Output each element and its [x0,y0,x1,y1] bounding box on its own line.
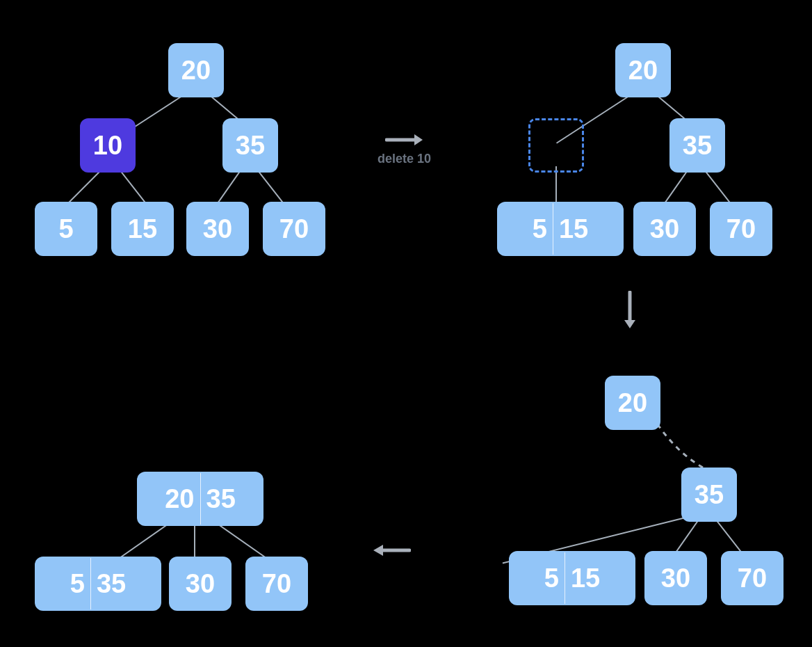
tree1-root: 20 [168,43,224,97]
arrow-label: delete 10 [377,152,431,166]
tree3-right: 35 [681,468,737,522]
tree3-merged-leaf-left: 5 15 [509,551,635,605]
arrow-left-icon [372,543,411,558]
arrow-right-icon [385,132,424,147]
key: 70 [262,569,291,599]
key: 5 [544,564,559,593]
tree3-root: 20 [605,376,660,430]
key: 5 [58,214,73,244]
key: 30 [203,214,232,244]
arrow-left [372,543,411,558]
key: 5 [70,569,85,599]
key: 20 [165,484,194,514]
arrow-down-icon [622,291,638,330]
key: 30 [661,564,690,593]
tree2-leaf-rl: 30 [633,202,696,256]
tree1-leaf-ll: 5 [35,202,97,256]
tree1-leaf-rl: 30 [186,202,249,256]
key: 35 [236,131,265,161]
tree4-root-merged: 20 35 [137,472,263,526]
tree2-right: 35 [669,118,725,173]
tree1-left: 10 [80,118,136,173]
tree2-root: 20 [615,43,671,97]
key: 35 [695,480,724,510]
key-separator [90,558,91,609]
key: 30 [186,569,215,599]
key: 15 [559,214,588,244]
key: 70 [279,214,309,244]
key-separator [565,552,565,604]
key: 35 [206,484,236,514]
tree3-leaf-rr: 70 [721,551,783,605]
tree4-leaf-right: 70 [245,557,308,611]
key: 20 [618,388,647,418]
key: 5 [533,214,547,244]
key-separator [200,473,201,525]
tree1-right: 35 [222,118,278,173]
key: 20 [628,56,658,86]
key: 35 [97,569,126,599]
tree4-leaf-left-merged: 5 35 [35,557,161,611]
tree1-leaf-rr: 70 [263,202,325,256]
tree2-removed-slot [528,118,584,173]
tree4-leaf-mid: 30 [169,557,232,611]
key-separator [553,203,553,255]
tree3-leaf-rl: 30 [644,551,707,605]
tree2-leaf-rr: 70 [710,202,772,256]
key: 35 [683,131,712,161]
key: 10 [93,131,122,161]
diagram-canvas: 20 10 35 5 15 30 70 delete 10 20 35 5 [0,0,812,647]
key: 15 [128,214,157,244]
arrow-delete-10: delete 10 [377,132,431,166]
key: 15 [571,564,600,593]
arrow-down [622,291,638,333]
tree1-leaf-lr: 15 [111,202,174,256]
key: 20 [181,56,211,86]
key: 70 [738,564,767,593]
key: 70 [726,214,756,244]
tree2-merged-leaf-left: 5 15 [497,202,624,256]
key: 30 [650,214,679,244]
